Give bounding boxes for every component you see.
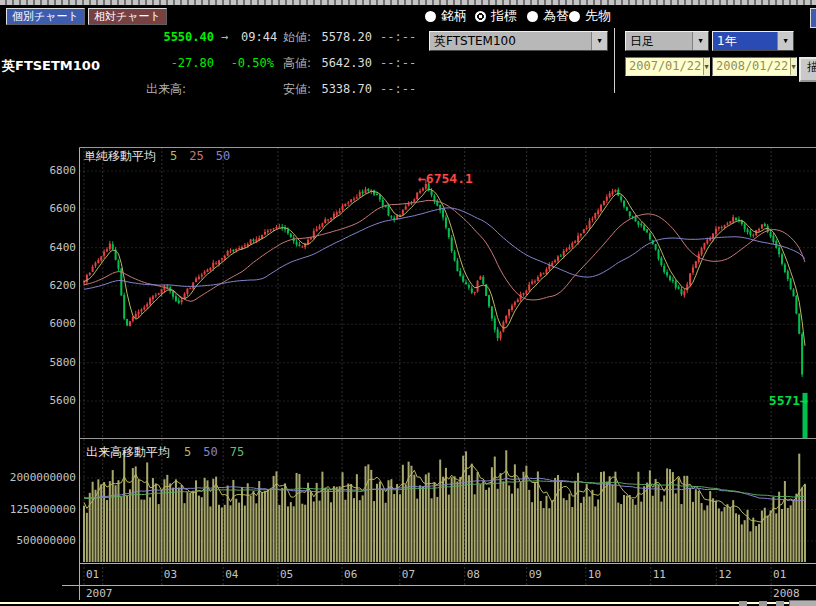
volume-ma-legend-title: 出来高移動平均 — [86, 446, 170, 459]
month-label: 11 — [653, 569, 666, 581]
price-volume-chart — [0, 0, 816, 606]
year-label: 2007 — [86, 588, 113, 600]
scrollbar-fragment[interactable] — [776, 601, 784, 606]
volume-ma75-label: 75 — [230, 446, 244, 459]
scrollbar-fragment[interactable] — [739, 601, 747, 606]
month-label: 06 — [344, 569, 357, 581]
month-label: 12 — [718, 569, 731, 581]
volume-tick-label: 500000000 — [2, 535, 76, 547]
scrollbar-thumb[interactable] — [789, 600, 816, 606]
volume-ma-legend: 出来高移動平均 5 50 75 — [86, 446, 256, 459]
scrollbar-fragment[interactable] — [759, 601, 767, 606]
year-label: 2008 — [773, 588, 800, 600]
volume-tick-label: 1250000000 — [2, 504, 76, 516]
price-ma-legend-title: 単純移動平均 — [84, 150, 156, 163]
price-tick-label: 6800 — [34, 165, 76, 177]
month-label: 10 — [588, 569, 601, 581]
month-label: 01 — [86, 569, 99, 581]
volume-ma50-label: 50 — [203, 446, 217, 459]
month-label: 09 — [529, 569, 542, 581]
volume-tick-label: 2000000000 — [2, 472, 76, 484]
price-ma50-label: 50 — [216, 150, 230, 163]
chart-app-window: 個別チャート 相対チャート 英FTSETM100 5550.40 → 09:44… — [0, 0, 816, 606]
month-label: 03 — [164, 569, 177, 581]
price-tick-label: 6000 — [34, 318, 76, 330]
high-price-annotation: ←6754.1 — [418, 171, 473, 186]
price-tick-label: 5600 — [34, 395, 76, 407]
price-ma5-label: 5 — [170, 150, 177, 163]
current-price-annotation: 5571→ — [748, 393, 808, 408]
price-tick-label: 6200 — [34, 280, 76, 292]
month-label: 08 — [467, 569, 480, 581]
price-tick-label: 5800 — [34, 357, 76, 369]
price-ma-legend: 単純移動平均 5 25 50 — [84, 150, 242, 163]
price-tick-label: 6400 — [34, 242, 76, 254]
month-label: 04 — [225, 569, 238, 581]
month-label: 07 — [402, 569, 415, 581]
month-label: 05 — [280, 569, 293, 581]
price-ma25-label: 25 — [189, 150, 203, 163]
volume-ma5-label: 5 — [184, 446, 191, 459]
month-label: 01 — [773, 569, 786, 581]
bottom-edge-line — [0, 602, 816, 604]
price-tick-label: 6600 — [34, 203, 76, 215]
